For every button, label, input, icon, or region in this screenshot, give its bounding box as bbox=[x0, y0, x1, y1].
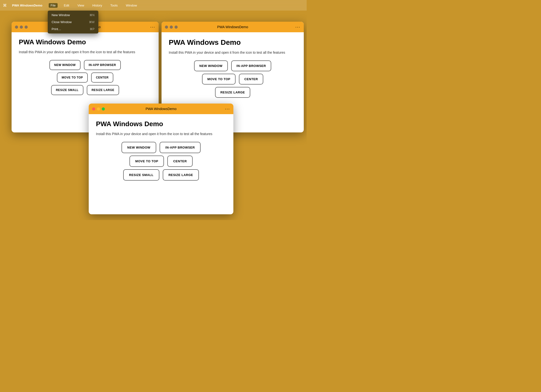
new-window-shortcut: ⌘N bbox=[89, 13, 95, 17]
tl-red-3[interactable] bbox=[92, 107, 95, 111]
menu-window[interactable]: Window bbox=[124, 3, 139, 8]
btn-resize-small-1[interactable]: RESIZE SMALL bbox=[51, 85, 83, 95]
window-dots-2[interactable]: ··· bbox=[295, 25, 300, 30]
menu-tools[interactable]: Tools bbox=[108, 3, 120, 8]
app-name: PWA WindowsDemo bbox=[12, 4, 42, 7]
menu-view[interactable]: View bbox=[75, 3, 86, 8]
window-title-2: PWA WindowsDemo bbox=[217, 25, 248, 29]
btn-resize-small-3[interactable]: RESIZE SMALL bbox=[123, 169, 159, 181]
tl-yellow-2[interactable] bbox=[170, 26, 173, 29]
tl-yellow-1[interactable] bbox=[20, 26, 23, 29]
window-title-3: PWA WindowsDemo bbox=[146, 107, 177, 111]
window-dots-1[interactable]: ··· bbox=[150, 25, 155, 30]
menu-edit[interactable]: Edit bbox=[62, 3, 71, 8]
btn-center-3[interactable]: CENTER bbox=[167, 156, 192, 167]
btn-in-app-browser-1[interactable]: IN-APP BROWSER bbox=[84, 60, 121, 70]
btn-move-to-top-3[interactable]: MOVE TO TOP bbox=[129, 156, 164, 167]
btn-new-window-1[interactable]: NEW WINDOW bbox=[49, 60, 81, 70]
tl-green-1[interactable] bbox=[25, 26, 28, 29]
btn-resize-large-2[interactable]: RESIZE LARGE bbox=[215, 87, 250, 98]
menu-history[interactable]: History bbox=[90, 3, 104, 8]
pwa-window-3: PWA WindowsDemo ··· PWA Windows Demo Ins… bbox=[89, 104, 233, 214]
window-dots-3[interactable]: ··· bbox=[225, 106, 230, 111]
btn-new-window-2[interactable]: NEW WINDOW bbox=[194, 60, 228, 71]
print-label: Print… bbox=[52, 27, 61, 31]
titlebar-3: PWA WindowsDemo ··· bbox=[89, 104, 233, 114]
btn-center-1[interactable]: CENTER bbox=[91, 72, 113, 83]
close-window-label: Close Window bbox=[52, 20, 72, 24]
btn-resize-large-3[interactable]: RESIZE LARGE bbox=[163, 169, 199, 181]
window-heading-3: PWA Windows Demo bbox=[96, 120, 226, 128]
btn-move-to-top-1[interactable]: MOVE TO TOP bbox=[57, 72, 88, 83]
window-content-1: PWA Windows Demo Install this PWA in you… bbox=[12, 32, 159, 102]
menu-file[interactable]: File bbox=[49, 3, 58, 8]
apple-menu-icon[interactable]: ⌘ bbox=[3, 3, 7, 8]
close-window-shortcut: ⌘W bbox=[89, 20, 95, 24]
tl-yellow-3[interactable] bbox=[97, 107, 100, 111]
new-window-label: New Window bbox=[52, 13, 70, 17]
menu-item-new-window[interactable]: New Window ⌘N bbox=[48, 12, 98, 19]
button-grid-2: NEW WINDOW IN-APP BROWSER MOVE TO TOP CE… bbox=[169, 60, 297, 98]
button-grid-3: NEW WINDOW IN-APP BROWSER MOVE TO TOP CE… bbox=[96, 142, 226, 181]
btn-in-app-browser-3[interactable]: IN-APP BROWSER bbox=[160, 142, 201, 153]
btn-in-app-browser-2[interactable]: IN-APP BROWSER bbox=[231, 60, 271, 71]
window-heading-1: PWA Windows Demo bbox=[19, 38, 151, 46]
btn-new-window-3[interactable]: NEW WINDOW bbox=[122, 142, 156, 153]
window-subtext-1: Install this PWA in your device and open… bbox=[19, 50, 151, 55]
print-shortcut: ⌘P bbox=[90, 27, 95, 31]
traffic-lights-2 bbox=[165, 26, 178, 29]
window-content-2: PWA Windows Demo Install this PWA in you… bbox=[162, 32, 304, 105]
btn-center-2[interactable]: CENTER bbox=[239, 74, 263, 85]
traffic-lights-3 bbox=[92, 107, 105, 111]
button-grid-1: NEW WINDOW IN-APP BROWSER MOVE TO TOP CE… bbox=[19, 60, 151, 95]
menu-item-close-window[interactable]: Close Window ⌘W bbox=[48, 19, 98, 26]
traffic-lights-1 bbox=[15, 26, 28, 29]
tl-green-3[interactable] bbox=[102, 107, 105, 111]
tl-red-1[interactable] bbox=[15, 26, 18, 29]
file-dropdown-menu: New Window ⌘N Close Window ⌘W Print… ⌘P bbox=[48, 11, 98, 33]
btn-resize-large-1[interactable]: RESIZE LARGE bbox=[87, 85, 119, 95]
menubar: ⌘ PWA WindowsDemo File Edit View History… bbox=[0, 0, 307, 11]
btn-move-to-top-2[interactable]: MOVE TO TOP bbox=[202, 74, 236, 85]
tl-green-2[interactable] bbox=[175, 26, 178, 29]
window-subtext-3: Install this PWA in your device and open… bbox=[96, 131, 226, 137]
window-content-3: PWA Windows Demo Install this PWA in you… bbox=[89, 114, 233, 187]
titlebar-2: PWA WindowsDemo ··· bbox=[162, 22, 304, 32]
tl-red-2[interactable] bbox=[165, 26, 168, 29]
window-heading-2: PWA Windows Demo bbox=[169, 38, 297, 47]
menu-item-print[interactable]: Print… ⌘P bbox=[48, 26, 98, 33]
window-subtext-2: Install this PWA in your device and open… bbox=[169, 50, 297, 55]
